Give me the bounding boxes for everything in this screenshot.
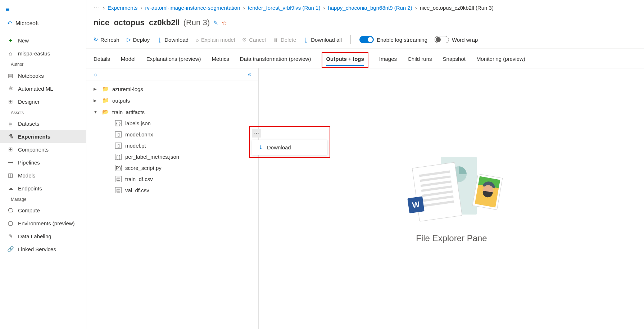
sidebar-item-label: Experiments	[18, 134, 50, 140]
sidebar-item-linked-services[interactable]: 🔗 Linked Services	[0, 243, 86, 256]
file-name: model.pt	[125, 143, 146, 149]
file-row[interactable]: ▯model.onnx	[86, 129, 258, 140]
main-content: ⋯ › Experiments › rv-automl-image-instan…	[86, 0, 644, 329]
file-tree-panel: ⌕ « ▶ 📁 azureml-logs ▶ 📁 outputs ▼ 📂 tra	[86, 68, 259, 329]
breadcrumb-item[interactable]: rv-automl-image-instance-segmentation	[145, 5, 240, 11]
file-row[interactable]: ▤val_df.csv	[86, 185, 258, 196]
chevron-right-icon: ›	[415, 5, 417, 11]
datasets-icon: ⌸	[7, 121, 14, 127]
breadcrumb-item[interactable]: tender_forest_vrbl9lvs (Run 1)	[248, 5, 321, 11]
sidebar-item-label: Compute	[18, 207, 40, 213]
sidebar-item-experiments[interactable]: ⚗ Experiments	[0, 130, 86, 143]
tab-monitoring[interactable]: Monitoring (preview)	[476, 53, 525, 68]
download-button[interactable]: ⭳Download	[157, 37, 189, 43]
sidebar-item-new[interactable]: ＋ New	[0, 34, 86, 47]
sidebar: ≡ ↶ Microsoft ＋ New ⌂ mispa-eastus Autho…	[0, 0, 86, 329]
refresh-button[interactable]: ↻Refresh	[94, 36, 119, 43]
download-all-button[interactable]: ⭳Download all	[303, 37, 342, 43]
sidebar-item-environments[interactable]: ▢ Environments (preview)	[0, 217, 86, 230]
sidebar-item-label: New	[18, 37, 29, 44]
tab-snapshot[interactable]: Snapshot	[443, 53, 466, 68]
search-icon[interactable]: ⌕	[94, 71, 97, 78]
sidebar-item-label: Models	[18, 172, 35, 179]
back-button[interactable]: ↶ Microsoft	[0, 16, 86, 30]
sidebar-item-endpoints[interactable]: ☁ Endpoints	[0, 182, 86, 195]
folder-row[interactable]: ▶ 📁 outputs	[86, 95, 258, 106]
hamburger-icon[interactable]: ≡	[6, 6, 10, 13]
edit-icon[interactable]: ✎	[213, 19, 218, 26]
context-menu-highlight: ⋯ ⭳ Download	[249, 126, 330, 158]
star-icon[interactable]: ☆	[222, 19, 227, 26]
breadcrumb-item[interactable]: happy_chaconia_bgn68nt9 (Run 2)	[328, 5, 412, 11]
cancel-button: ⊘Cancel	[242, 36, 266, 43]
deploy-button[interactable]: ▷Deploy	[127, 36, 150, 43]
sidebar-item-label: Automated ML	[18, 86, 53, 92]
chevron-right-icon: ›	[243, 5, 245, 11]
folder-open-icon: 📂	[102, 109, 109, 115]
collapse-panel-icon[interactable]: «	[248, 71, 251, 78]
page-title-row: nice_octopus_cz0kb2ll (Run 3) ✎ ☆	[86, 15, 644, 33]
download-icon: ⭳	[157, 37, 162, 43]
endpoints-icon: ☁	[7, 185, 14, 191]
sidebar-item-label: Datasets	[18, 121, 39, 127]
sidebar-item-components[interactable]: ⊞ Components	[0, 143, 86, 156]
back-arrow-icon: ↶	[7, 20, 12, 27]
tab-explanations[interactable]: Explanations (preview)	[146, 53, 201, 68]
python-file-icon: PY	[115, 165, 122, 171]
sidebar-item-label: Linked Services	[18, 246, 56, 252]
file-row[interactable]: { }labels.json	[86, 118, 258, 129]
sidebar-item-compute[interactable]: 🖵 Compute	[0, 204, 86, 217]
context-menu-download[interactable]: ⭳ Download	[254, 141, 326, 153]
tab-images[interactable]: Images	[379, 53, 397, 68]
sidebar-item-datasets[interactable]: ⌸ Datasets	[0, 117, 86, 130]
automl-icon: ⚛	[7, 85, 14, 92]
tab-model[interactable]: Model	[121, 53, 136, 68]
file-name: per_label_metrics.json	[125, 154, 179, 160]
tab-outputs-logs[interactable]: Outputs + logs	[326, 54, 364, 66]
folder-name: outputs	[112, 98, 130, 104]
tab-metrics[interactable]: Metrics	[212, 53, 229, 68]
link-icon: 🔗	[7, 246, 14, 252]
file-more-button[interactable]: ⋯	[252, 129, 261, 138]
trash-icon: 🗑	[273, 37, 278, 43]
tab-child-runs[interactable]: Child runs	[408, 53, 432, 68]
notebook-icon: ▤	[7, 72, 14, 79]
log-streaming-toggle-row: Enable log streaming	[359, 36, 427, 43]
log-streaming-toggle[interactable]	[359, 36, 374, 43]
sidebar-item-home[interactable]: ⌂ mispa-eastus	[0, 47, 86, 60]
tabs: Details Model Explanations (preview) Met…	[86, 49, 644, 68]
file-explorer-illustration: W	[401, 154, 502, 226]
file-row[interactable]: ▤train_df.csv	[86, 173, 258, 185]
breadcrumb-item[interactable]: Experiments	[108, 5, 137, 11]
search-icon: ⌕	[196, 37, 199, 43]
cancel-icon: ⊘	[242, 36, 247, 43]
sidebar-item-data-labeling[interactable]: ✎ Data Labeling	[0, 230, 86, 243]
download-icon: ⭳	[303, 37, 309, 43]
folder-row[interactable]: ▶ 📁 azureml-logs	[86, 83, 258, 95]
sidebar-item-label: Data Labeling	[18, 233, 51, 239]
breadcrumb: ⋯ › Experiments › rv-automl-image-instan…	[86, 0, 644, 15]
chevron-right-icon: ›	[103, 5, 105, 11]
sidebar-item-pipelines[interactable]: ⊶ Pipelines	[0, 156, 86, 169]
file-row[interactable]: { }per_label_metrics.json	[86, 151, 258, 162]
plus-icon: ＋	[7, 37, 14, 44]
context-menu-label: Download	[267, 144, 291, 150]
sidebar-item-models[interactable]: ◫ Models	[0, 169, 86, 182]
chevron-right-icon: ▶	[94, 87, 99, 91]
word-wrap-toggle[interactable]	[435, 36, 449, 43]
breadcrumb-more-icon[interactable]: ⋯	[94, 4, 100, 12]
folder-row[interactable]: ▼ 📂 train_artifacts	[86, 106, 258, 118]
tab-data-transformation[interactable]: Data transformation (preview)	[240, 53, 311, 68]
content-area: ⌕ « ▶ 📁 azureml-logs ▶ 📁 outputs ▼ 📂 tra	[86, 68, 644, 329]
sidebar-item-label: Environments (preview)	[18, 220, 75, 226]
file-row[interactable]: PYscore_script.py	[86, 162, 258, 173]
toolbar: ↻Refresh ▷Deploy ⭳Download ⌕Explain mode…	[86, 33, 644, 49]
sidebar-item-designer[interactable]: ⊞ Designer	[0, 95, 86, 108]
sidebar-item-notebooks[interactable]: ▤ Notebooks	[0, 69, 86, 82]
tab-details[interactable]: Details	[94, 53, 110, 68]
environments-icon: ▢	[7, 220, 14, 226]
components-icon: ⊞	[7, 146, 14, 153]
sidebar-item-label: Notebooks	[18, 73, 44, 79]
sidebar-item-automated-ml[interactable]: ⚛ Automated ML	[0, 82, 86, 95]
file-row[interactable]: ▯model.pt	[86, 140, 258, 151]
